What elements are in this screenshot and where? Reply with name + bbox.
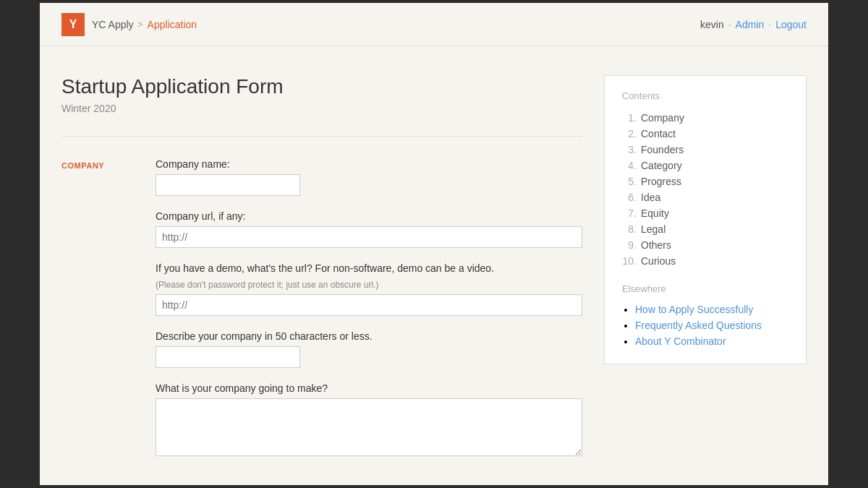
admin-link[interactable]: Admin [736, 19, 765, 30]
item-label: Category [641, 160, 682, 171]
input-company-product[interactable] [156, 398, 582, 456]
main-content: Startup Application Form Winter 2020 COM… [40, 46, 828, 485]
num: 9. [622, 239, 637, 251]
yc-logo: Y [61, 13, 85, 36]
item-label: Company [641, 112, 684, 124]
list-item: 3.Founders [622, 142, 788, 158]
item-label: Progress [641, 176, 681, 187]
label-demo-url: If you have a demo, what's the url? For … [156, 262, 582, 274]
breadcrumb-current: Application [148, 19, 197, 30]
user-name: kevin [700, 19, 724, 30]
logo-letter: Y [69, 18, 77, 31]
num: 7. [622, 207, 637, 219]
section-label: COMPANY [61, 158, 134, 456]
label-company-name: Company name: [156, 158, 582, 170]
divider [61, 136, 582, 137]
list-item: 6.Idea [622, 189, 788, 205]
item-label: Founders [641, 144, 684, 155]
field-company-name: Company name: [156, 158, 582, 196]
how-to-apply-link[interactable]: How to Apply Successfully [635, 304, 753, 315]
list-item: 10.Curious [622, 253, 788, 269]
field-demo-url: If you have a demo, what's the url? For … [156, 262, 582, 316]
list-item: 7.Equity [622, 205, 788, 221]
about-yc-link[interactable]: About Y Combinator [635, 335, 726, 347]
elsewhere-item: About Y Combinator [635, 333, 788, 349]
item-label: Contact [641, 128, 676, 140]
form-section: Startup Application Form Winter 2020 COM… [61, 75, 582, 456]
label-company-product: What is your company going to make? [156, 382, 582, 394]
elsewhere-item: Frequently Asked Questions [635, 317, 788, 333]
item-label: Curious [641, 255, 676, 267]
contents-title: Contents [622, 90, 788, 101]
field-company-description: Describe your company in 50 characters o… [156, 330, 582, 368]
num: 5. [622, 176, 637, 187]
input-company-url[interactable] [156, 226, 582, 248]
fields-container: Company name: Company url, if any: If yo… [156, 158, 582, 456]
item-label: Legal [641, 223, 665, 235]
header-right: kevin · Admin · Logout [700, 19, 807, 30]
dot-1: · [728, 19, 731, 30]
field-company-product: What is your company going to make? [156, 382, 582, 456]
hint-demo-url: (Please don't password protect it; just … [156, 280, 582, 290]
label-company-description: Describe your company in 50 characters o… [156, 330, 582, 342]
list-item: 1.Company [622, 110, 788, 126]
list-item: 9.Others [622, 237, 788, 253]
elsewhere-list: How to Apply Successfully Frequently Ask… [622, 301, 788, 349]
field-company-url: Company url, if any: [156, 210, 582, 248]
page-title: Startup Application Form [61, 75, 582, 98]
list-item: 5.Progress [622, 174, 788, 189]
breadcrumb: YC Apply > Application [92, 19, 197, 30]
elsewhere-title: Elsewhere [622, 283, 788, 294]
num: 10. [622, 255, 637, 267]
num: 8. [622, 223, 637, 235]
input-company-name[interactable] [156, 174, 300, 196]
header-left: Y YC Apply > Application [61, 13, 197, 36]
elsewhere-item: How to Apply Successfully [635, 301, 788, 317]
num: 6. [622, 192, 637, 203]
form-body: COMPANY Company name: Company url, if an… [61, 158, 582, 456]
num: 3. [622, 144, 637, 155]
list-item: 2.Contact [622, 126, 788, 142]
num: 1. [622, 112, 637, 124]
header: Y YC Apply > Application kevin · Admin ·… [40, 3, 828, 46]
faq-link[interactable]: Frequently Asked Questions [635, 320, 762, 331]
list-item: 4.Category [622, 158, 788, 174]
input-demo-url[interactable] [156, 294, 582, 316]
label-company-url: Company url, if any: [156, 210, 582, 222]
sidebar: Contents 1.Company 2.Contact 3.Founders … [604, 75, 807, 456]
item-label: Equity [641, 207, 669, 219]
breadcrumb-separator-icon: > [138, 20, 143, 30]
item-label: Idea [641, 192, 660, 203]
item-label: Others [641, 239, 671, 251]
input-company-description[interactable] [156, 346, 300, 368]
list-item: 8.Legal [622, 221, 788, 237]
dot-2: · [768, 19, 771, 30]
breadcrumb-parent: YC Apply [92, 19, 134, 30]
num: 4. [622, 160, 637, 171]
contents-list: 1.Company 2.Contact 3.Founders 4.Categor… [622, 110, 788, 269]
num: 2. [622, 128, 637, 140]
contents-box: Contents 1.Company 2.Contact 3.Founders … [604, 75, 807, 364]
logout-link[interactable]: Logout [775, 19, 807, 30]
page-subtitle: Winter 2020 [61, 103, 582, 114]
